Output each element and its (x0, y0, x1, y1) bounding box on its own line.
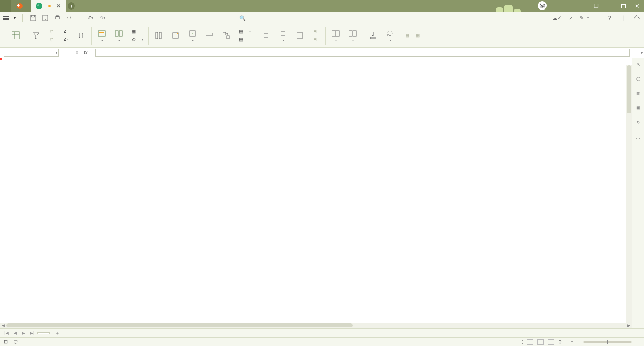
sort-asc-button[interactable]: A↓ (63, 29, 70, 35)
more-icon[interactable]: ┆ (619, 14, 627, 22)
zoom-slider[interactable] (583, 341, 632, 343)
share-button[interactable]: ↗ (569, 15, 574, 21)
window-controls: ❐ ✕ (589, 0, 644, 12)
view-normal-icon[interactable] (527, 339, 533, 345)
more-dots-icon[interactable]: ⋯ (636, 136, 641, 142)
search-button[interactable]: 🔍 (234, 12, 253, 24)
validation-button[interactable]: ▾ (184, 29, 201, 42)
tab-home[interactable] (0, 0, 11, 12)
formula-input[interactable] (95, 49, 630, 57)
dropdown-icon[interactable]: ▾ (56, 51, 57, 55)
highlight-dup-button[interactable]: ▾ (93, 29, 110, 42)
sync-status[interactable]: ☁✓ (553, 15, 563, 21)
sheet-nav-prev-icon[interactable]: ◀ (12, 331, 18, 335)
data-compare-button[interactable]: ▾ (110, 29, 127, 42)
protect-status[interactable]: 🛡 (13, 340, 19, 344)
dropdown-list-button[interactable] (201, 31, 218, 41)
scroll-left-icon[interactable]: ◀ (0, 323, 6, 328)
record-form-button[interactable]: ▤ (238, 37, 251, 43)
hide-detail-button[interactable]: ⊟ (312, 37, 320, 43)
sort-desc-button[interactable]: A↑ (63, 37, 70, 43)
user-profile[interactable]: 🐼 (538, 1, 548, 10)
name-box-input[interactable] (4, 50, 58, 56)
undo-icon[interactable]: ↶▾ (87, 14, 95, 22)
group-icon (262, 31, 270, 40)
sp-chart[interactable]: ▥ (635, 89, 642, 97)
merge-table-button[interactable]: ▾ (344, 29, 361, 42)
save-icon[interactable] (29, 14, 37, 22)
subtotal-icon (295, 31, 304, 40)
close-icon[interactable]: ✕ (53, 3, 60, 9)
tab-document-active[interactable]: S ✕ (31, 0, 66, 12)
subtotal-button[interactable] (291, 31, 308, 41)
horizontal-scrollbar[interactable]: ◀ ▶ (0, 323, 632, 328)
consolidate-button[interactable] (218, 31, 235, 41)
help-icon[interactable]: ? (605, 14, 613, 22)
menu-icon[interactable] (3, 16, 9, 20)
sheet-nav-next-icon[interactable]: ▶ (21, 331, 26, 335)
show-all-button[interactable]: ▽ (48, 29, 57, 35)
close-window-button[interactable]: ✕ (630, 0, 644, 12)
minimize-button[interactable] (603, 0, 617, 12)
fullscreen-icon[interactable]: ⛶ (518, 340, 523, 344)
import-data-button[interactable] (365, 31, 382, 41)
cloud-check-icon: ☁✓ (553, 15, 561, 21)
data-disabled: ▦ (413, 33, 423, 39)
refresh-all-button[interactable]: ▾ (382, 29, 398, 42)
funnel-icon (32, 31, 41, 40)
print-icon[interactable] (53, 14, 61, 22)
scale-fit-icon[interactable]: ⊕· (558, 339, 563, 344)
reapply-button[interactable]: ▽ (48, 37, 57, 43)
simulate-button[interactable]: ▤▾ (238, 29, 251, 35)
remove-dup-button[interactable]: ▦ (130, 29, 143, 35)
sp-gallery[interactable]: ▦ (635, 104, 642, 112)
file-menu[interactable]: ▾ (13, 16, 16, 20)
zoom-out-icon[interactable]: − (577, 340, 579, 344)
expand-fx-icon[interactable]: ▾ (639, 51, 644, 55)
svg-rect-17 (190, 31, 195, 36)
ungroup-button[interactable]: ▾ (275, 29, 291, 42)
sheet-nav-last-icon[interactable]: ▶| (29, 331, 35, 335)
redo-icon[interactable]: ↷▾ (99, 14, 107, 22)
name-box[interactable]: ▾ (4, 49, 59, 57)
highlight-icon (97, 29, 106, 38)
edit-lock-icon: ▦ (405, 33, 409, 38)
smart-fill-button[interactable] (167, 31, 184, 41)
vertical-scrollbar[interactable] (626, 65, 632, 323)
comments-button[interactable]: ✎▾ (580, 15, 589, 21)
view-page-icon[interactable] (537, 339, 544, 345)
print-preview-icon[interactable] (65, 14, 73, 22)
compact-mode-button[interactable]: ❐ (589, 0, 603, 12)
collapse-ribbon-icon[interactable] (633, 14, 641, 22)
add-sheet-button[interactable]: ＋ (52, 330, 62, 337)
scroll-right-icon[interactable]: ▶ (625, 323, 632, 328)
zoom-in-icon[interactable]: ＋ (636, 339, 640, 345)
text-to-cols-button[interactable] (150, 31, 167, 41)
side-panel: ↖ ◯ ▥ ▦ ⟳ ⋯ (632, 58, 644, 328)
sheet-nav-first-icon[interactable]: |◀ (3, 331, 10, 335)
view-reader-icon[interactable] (548, 339, 554, 345)
restore-button[interactable] (617, 0, 630, 12)
spreadsheet-grid[interactable]: ◀ ▶ (0, 58, 632, 328)
sp-shapes[interactable]: ◯ (635, 75, 642, 83)
dropdown-icon (205, 31, 214, 40)
filter-button[interactable] (28, 31, 45, 41)
sp-select[interactable]: ↖ (635, 60, 642, 68)
pivot-table-button[interactable] (7, 31, 24, 41)
group-button[interactable] (258, 31, 275, 41)
split-table-button[interactable]: ▾ (327, 29, 344, 42)
tab-template[interactable]: ◆ (11, 0, 31, 12)
show-detail-button[interactable]: ⊞ (312, 29, 320, 35)
share-icon: ↗ (569, 15, 573, 21)
add-tab-button[interactable]: ＋ (66, 0, 76, 12)
save-as-icon[interactable] (41, 14, 49, 22)
sheet-tab[interactable] (37, 332, 50, 334)
cancel-icon[interactable]: ⦻ (75, 50, 80, 56)
svg-rect-14 (159, 32, 161, 39)
grid-icon[interactable]: ⊞ (4, 339, 8, 344)
reject-dup-button[interactable]: ⊘▾ (130, 37, 143, 43)
sp-style[interactable]: ⟳ (635, 118, 642, 126)
simulate-icon: ▤ (238, 29, 244, 35)
fx-icon[interactable]: fx (84, 50, 87, 56)
sort-button[interactable] (73, 31, 90, 41)
